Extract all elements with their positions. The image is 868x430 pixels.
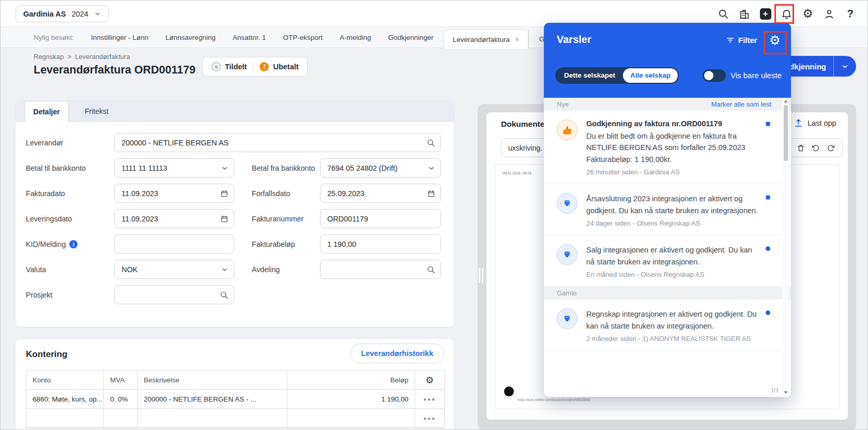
segment-dette-selskapet[interactable]: Dette selskapet — [556, 68, 623, 83]
column-settings-cell: ⚙ — [415, 370, 444, 390]
field-label-valuta: Valuta — [26, 265, 110, 274]
unread-only-toggle[interactable] — [703, 69, 726, 82]
approval-action-label: dkjenning — [789, 62, 833, 71]
field-label-leveringsdato: Leveringsdato — [26, 215, 110, 223]
leverandor-input[interactable]: 200000 - NETLIFE BERGEN AS — [114, 133, 441, 152]
help-icon[interactable]: ? — [844, 8, 856, 20]
rotate-ccw-icon[interactable] — [812, 144, 820, 152]
field-label-fakturabelop: Fakturabeløp — [239, 240, 315, 248]
notification-item[interactable]: Årsavslutning 2023 integrasjonen er akti… — [544, 184, 791, 235]
nav-item-otp-eksport[interactable]: OTP-eksport — [283, 34, 323, 41]
chat-bubble-icon[interactable] — [504, 387, 514, 396]
info-icon[interactable]: i — [69, 240, 78, 248]
upload-button[interactable]: Last opp — [794, 118, 836, 128]
leverandorhistorikk-button[interactable]: Leverandørhistorikk — [350, 344, 445, 363]
row-menu-icon[interactable]: ●●● — [423, 416, 436, 421]
nav-item-lonnsavregning[interactable]: Lønnsavregning — [165, 34, 216, 41]
notifications-list: Nye Marker alle som lest Godkjenning av … — [544, 98, 791, 351]
section-nye: Nye Marker alle som lest — [544, 98, 791, 111]
create-new-icon[interactable]: + — [759, 8, 771, 20]
close-icon[interactable]: × — [515, 36, 519, 43]
mark-all-read-link[interactable]: Marker alle som lest — [711, 100, 771, 108]
search-icon[interactable] — [427, 265, 435, 274]
notification-item[interactable]: Salg integrasjonen er aktivert og godkje… — [544, 235, 791, 287]
calendar-icon[interactable] — [427, 189, 435, 198]
row-menu-icon[interactable]: ●●● — [423, 396, 436, 402]
col-beskrivelse: Beskrivelse — [138, 370, 287, 390]
scroll-up-icon[interactable] — [784, 100, 788, 102]
valuta-select[interactable]: NOK — [114, 260, 234, 279]
fakturabelop-input[interactable]: 1 190,00 — [320, 234, 441, 254]
tab-leverandorfaktura-active[interactable]: Leverandørfaktura × — [444, 29, 528, 49]
search-icon[interactable] — [427, 138, 435, 147]
nav-item-godkjenninger[interactable]: Godkjenninger — [388, 34, 434, 41]
betal-fra-bankkonto-select[interactable]: 7694 05 24802 (Drift) — [320, 158, 441, 177]
filter-button[interactable]: Filter — [726, 36, 757, 45]
profile-icon[interactable] — [823, 8, 835, 20]
cell-belop[interactable]: 1 190,00 — [287, 390, 415, 409]
cell-beskrivelse[interactable] — [138, 409, 287, 428]
fakturadato-input[interactable]: 11.09.2023 — [114, 184, 234, 203]
status-divider — [253, 61, 253, 72]
companies-icon[interactable] — [738, 8, 750, 20]
panel-resize-handle[interactable] — [479, 268, 483, 283]
status-ubetalt-label: Ubetalt — [273, 63, 298, 71]
cell-mva[interactable] — [104, 409, 138, 428]
nav-item-ansattnr[interactable]: Ansattnr. 1 — [233, 34, 266, 41]
nav-item-innstillinger-lonn[interactable]: Innstillinger - Lønn — [91, 34, 148, 41]
cell-belop[interactable] — [287, 409, 415, 428]
kontering-card: Kontering Leverandørhistorikk Konto MVA … — [15, 338, 454, 430]
table-row: ●●● — [26, 409, 444, 428]
breadcrumb-regnskap[interactable]: Regnskap — [34, 53, 64, 61]
status-tildelt[interactable]: Tildelt — [211, 62, 247, 71]
row-actions-cell: ●●● — [415, 409, 444, 428]
rotate-cw-icon[interactable] — [827, 144, 835, 152]
leveringsdato-input[interactable]: 11.09.2023 — [114, 209, 234, 228]
segment-alle-selskap[interactable]: Alle selskap — [623, 68, 678, 83]
notification-item[interactable]: Regnskap integrasjonen er aktivert og go… — [544, 300, 791, 351]
cell-beskrivelse[interactable]: 200000 - NETLIFE BERGEN AS - ... — [138, 390, 287, 409]
nav-item-a-melding[interactable]: A-melding — [340, 34, 371, 41]
calendar-icon[interactable] — [220, 215, 229, 223]
company-selector[interactable]: Gardinia AS 2024 — [16, 5, 109, 22]
field-label-leverandor: Leverandør — [26, 139, 110, 147]
search-icon[interactable] — [717, 8, 729, 20]
unread-dot — [766, 122, 770, 126]
breadcrumb: Regnskap > Leverandørfaktura — [34, 53, 130, 61]
scrollbar[interactable] — [782, 99, 789, 395]
notification-settings-gear-icon[interactable]: ⚙ — [769, 34, 781, 47]
notifications-bell-icon[interactable] — [781, 8, 793, 20]
table-settings-gear-icon[interactable]: ⚙ — [425, 375, 434, 385]
tab-detaljer[interactable]: Detaljer — [25, 101, 68, 122]
cell-mva[interactable]: 0: 0% — [104, 390, 138, 409]
filter-icon — [726, 36, 735, 45]
settings-gear-icon[interactable]: ⚙ — [802, 8, 814, 20]
kid-melding-input[interactable] — [114, 234, 234, 254]
tab-fritekst[interactable]: Fritekst — [78, 101, 116, 122]
avdeling-input[interactable] — [320, 260, 441, 279]
details-tabstrip: Detaljer Fritekst — [16, 101, 454, 122]
betal-til-bankkonto-select[interactable]: 1111 11 11113 — [114, 158, 234, 177]
calendar-icon[interactable] — [220, 189, 229, 198]
search-icon[interactable] — [220, 290, 229, 299]
prosjekt-input[interactable] — [114, 285, 234, 304]
delete-trash-icon[interactable] — [797, 144, 805, 152]
fakturanummer-input[interactable]: ORD001179 — [320, 209, 441, 228]
notification-item[interactable]: Godkjenning av faktura nr.ORD001179 Du e… — [544, 111, 791, 184]
chevron-down-icon[interactable] — [834, 63, 856, 70]
preview-print-header: 09.11.2023, 09:03 — [502, 171, 531, 175]
scroll-down-icon[interactable] — [784, 391, 788, 394]
notification-body: Regnskap integrasjonen er aktivert og go… — [586, 308, 761, 332]
notification-meta: En måned siden - Olsens Regnskap AS — [586, 271, 761, 278]
cell-konto[interactable]: 6860: Møte, kurs, op... — [26, 390, 104, 409]
forfallsdato-input[interactable]: 25.09.2023 — [320, 184, 441, 203]
breadcrumb-leverandorfaktura[interactable]: Leverandørfaktura — [75, 53, 130, 61]
notifications-title: Varsler — [557, 34, 591, 46]
chevron-down-icon — [94, 10, 101, 17]
page-title: Leverandørfaktura ORD001179 — [34, 64, 195, 77]
scrollbar-thumb[interactable] — [784, 105, 788, 161]
notification-meta: 24 dager siden - Olsens Regnskap AS — [586, 219, 761, 227]
unread-dot — [766, 195, 770, 200]
cell-konto[interactable] — [26, 409, 104, 428]
status-ubetalt[interactable]: ! Ubetalt — [260, 62, 298, 71]
